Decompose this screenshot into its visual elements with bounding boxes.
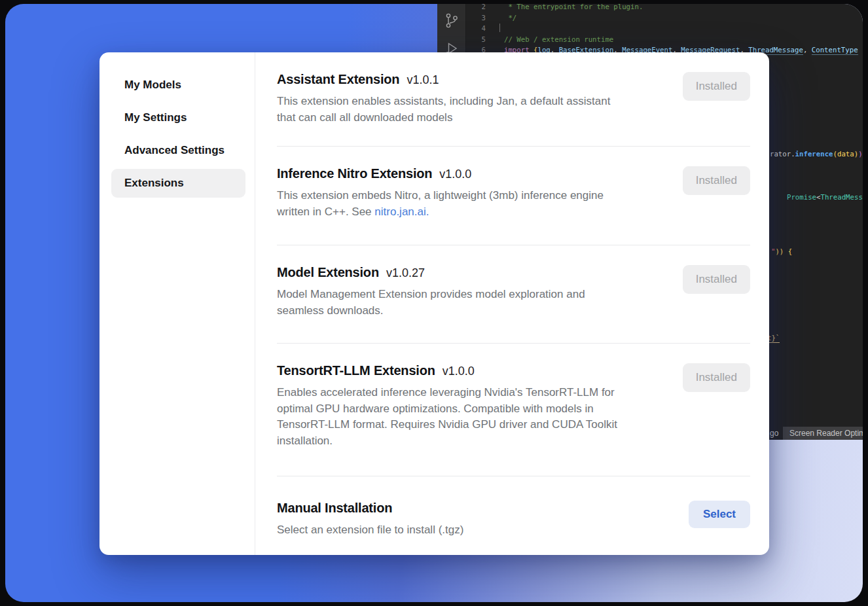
extension-title: TensortRT-LLM Extension: [277, 363, 435, 378]
select-file-button[interactable]: Select: [689, 501, 750, 528]
source-control-icon[interactable]: [444, 12, 460, 30]
code-line: 5 // Web / extension runtime: [466, 35, 863, 46]
extension-title-row: Inference Nitro Extension v1.0.0: [277, 166, 670, 181]
extension-version: v1.0.0: [439, 168, 471, 181]
extension-version: v1.0.27: [386, 266, 425, 280]
code-text: * The entrypoint for the plugin.: [504, 4, 643, 13]
manual-installation-item: Manual Installation Select an extension …: [277, 476, 750, 555]
extension-title: Assistant Extension: [277, 72, 399, 87]
extension-title-row: Manual Installation: [277, 501, 676, 516]
manual-installation-description: Select an extension file to install (.tg…: [277, 522, 663, 539]
extension-item-inference-nitro: Inference Nitro Extension v1.0.0 This ex…: [277, 147, 750, 245]
code-line: 4: [466, 24, 863, 35]
sidebar-item-my-models[interactable]: My Models: [111, 71, 245, 99]
settings-modal: My Models My Settings Advanced Settings …: [99, 52, 769, 555]
extension-info: Inference Nitro Extension v1.0.0 This ex…: [277, 166, 683, 245]
code-text: // Web / extension runtime: [504, 35, 613, 46]
extension-info: TensortRT-LLM Extension v1.0.0 Enables a…: [277, 363, 683, 476]
code-line: 3 */: [466, 13, 863, 24]
installed-button[interactable]: Installed: [683, 166, 750, 195]
code-fragment: ")) {: [771, 247, 792, 258]
line-number: 3: [466, 13, 486, 24]
code-fragment: rator.inference(data));: [770, 149, 863, 160]
installed-button[interactable]: Installed: [683, 363, 750, 392]
extension-description: Enables accelerated inference leveraging…: [277, 385, 663, 449]
code-line: 2 * The entrypoint for the plugin.: [466, 4, 863, 13]
line-number: 4: [466, 24, 486, 35]
extension-version: v1.0.0: [443, 365, 475, 378]
description-text: This extension embeds Nitro, a lightweig…: [277, 189, 604, 218]
extension-title-row: Model Extension v1.0.27: [277, 265, 670, 280]
manual-installation-title: Manual Installation: [277, 501, 392, 516]
extension-info: Model Extension v1.0.27 Model Management…: [277, 265, 683, 343]
screen-reader-status[interactable]: Screen Reader Optimiz: [783, 427, 863, 440]
extension-description: Model Management Extension provides mode…: [277, 287, 663, 319]
sidebar-item-my-settings[interactable]: My Settings: [111, 103, 245, 132]
extension-info: Manual Installation Select an extension …: [277, 501, 689, 555]
extension-title: Model Extension: [277, 265, 379, 280]
settings-sidebar: My Models My Settings Advanced Settings …: [99, 52, 255, 555]
extension-title-row: Assistant Extension v1.0.1: [277, 72, 670, 87]
extension-item-tensorrt-llm: TensortRT-LLM Extension v1.0.0 Enables a…: [277, 344, 750, 476]
line-number: 2: [466, 4, 486, 13]
extension-description: This extension enables assistants, inclu…: [277, 94, 663, 126]
extension-description: This extension embeds Nitro, a lightweig…: [277, 188, 663, 220]
sidebar-item-extensions[interactable]: Extensions: [111, 169, 245, 198]
extensions-panel: Assistant Extension v1.0.1 This extensio…: [255, 52, 769, 555]
installed-button[interactable]: Installed: [683, 72, 750, 101]
extension-title: Inference Nitro Extension: [277, 166, 432, 181]
extension-version: v1.0.1: [407, 73, 439, 87]
code-fragment: Promise<ThreadMessage>: [787, 192, 863, 204]
extension-title-row: TensortRT-LLM Extension v1.0.0: [277, 363, 670, 378]
status-language-label[interactable]: go: [770, 428, 778, 439]
app-window: 2 * The entrypoint for the plugin. 3 */ …: [5, 4, 863, 602]
nitro-link[interactable]: nitro.jan.ai.: [374, 205, 429, 218]
code-area: 2 * The entrypoint for the plugin. 3 */ …: [466, 4, 863, 56]
installed-button[interactable]: Installed: [683, 265, 750, 294]
indent-guide: [499, 24, 500, 32]
line-number: 5: [466, 35, 486, 46]
extension-info: Assistant Extension v1.0.1 This extensio…: [277, 72, 683, 146]
extension-item-model: Model Extension v1.0.27 Model Management…: [277, 245, 750, 344]
code-text: */: [504, 13, 516, 24]
extension-item-assistant: Assistant Extension v1.0.1 This extensio…: [277, 52, 750, 147]
sidebar-item-advanced-settings[interactable]: Advanced Settings: [111, 136, 245, 165]
